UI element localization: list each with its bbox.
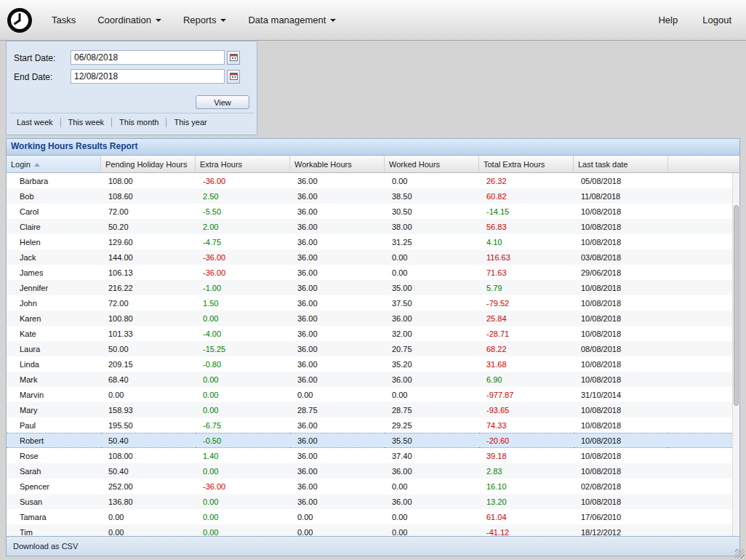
- table-row[interactable]: Mark68.400.0036.0036.006.9010/08/2018: [7, 372, 739, 387]
- table-row[interactable]: Marvin0.000.000.000.00-977.8731/10/2014: [7, 387, 739, 402]
- cell-extra-hours: 0.00: [196, 463, 290, 479]
- column-header-worked-hours[interactable]: Worked Hours: [385, 156, 479, 173]
- cell-filler: [668, 387, 739, 402]
- cell-login: Bob: [7, 188, 101, 204]
- cell-total-extra-hours: 68.22: [479, 341, 574, 356]
- view-button[interactable]: View: [196, 95, 249, 109]
- download-csv-link[interactable]: Download as CSV: [13, 542, 78, 551]
- cell-last-task-date: 03/08/2018: [574, 249, 668, 265]
- cell-total-extra-hours: 74.33: [479, 417, 574, 433]
- quick-link-this-year[interactable]: This year: [166, 118, 214, 127]
- quick-link-this-month[interactable]: This month: [111, 118, 166, 127]
- cell-workable-hours: 36.00: [290, 204, 385, 219]
- chevron-down-icon: [220, 19, 226, 22]
- cell-pending-holiday-hours: 50.00: [101, 341, 196, 356]
- cell-pending-holiday-hours: 72.00: [101, 204, 196, 219]
- column-header-extra-hours[interactable]: Extra Hours: [196, 156, 290, 173]
- column-header-last-task-date[interactable]: Last task date: [574, 156, 668, 173]
- table-row[interactable]: Paul195.50-6.7536.0029.2574.3310/08/2018: [7, 417, 739, 433]
- menu-item-logout[interactable]: Logout: [702, 15, 731, 25]
- cell-pending-holiday-hours: 50.20: [101, 219, 196, 234]
- cell-filler: [668, 204, 739, 219]
- cell-workable-hours: 0.00: [290, 509, 385, 524]
- table-row[interactable]: Rose108.001.4036.0037.4039.1810/08/2018: [7, 448, 739, 463]
- cell-filler: [668, 356, 739, 372]
- quick-link-last-week[interactable]: Last week: [9, 118, 60, 127]
- table-row[interactable]: Mary158.930.0028.7528.75-93.6510/08/2018: [7, 402, 739, 417]
- table-row[interactable]: Helen129.60-4.7536.0031.254.1010/08/2018: [7, 234, 739, 249]
- cell-total-extra-hours: -14.15: [479, 204, 574, 219]
- sort-ascending-icon: [34, 163, 40, 167]
- column-header-filler: [668, 156, 739, 173]
- table-row[interactable]: Karen100.800.0036.0036.0025.8410/08/2018: [7, 311, 739, 326]
- menu-item-coordination[interactable]: Coordination: [97, 15, 161, 25]
- table-row[interactable]: Laura50.00-15.2536.0020.7568.2208/08/201…: [7, 341, 739, 356]
- scrollbar-thumb[interactable]: [734, 205, 739, 406]
- cell-login: Claire: [7, 219, 101, 234]
- column-header-workable-hours[interactable]: Workable Hours: [290, 156, 385, 173]
- table-row[interactable]: Kate101.33-4.0036.0032.00-28.7110/08/201…: [7, 326, 739, 341]
- table-row[interactable]: Tamara0.000.000.000.0061.0417/06/2010: [7, 509, 739, 524]
- cell-total-extra-hours: 56.83: [479, 219, 574, 234]
- cell-login: Kate: [7, 326, 101, 341]
- cell-worked-hours: 37.50: [385, 295, 479, 311]
- cell-pending-holiday-hours: 108.00: [101, 448, 196, 463]
- cell-pending-holiday-hours: 50.40: [101, 463, 196, 479]
- start-date-input[interactable]: [71, 50, 225, 65]
- cell-last-task-date: 08/08/2018: [574, 341, 668, 356]
- cell-last-task-date: 10/08/2018: [574, 494, 668, 509]
- table-row[interactable]: Jennifer216.22-1.0036.0035.005.7910/08/2…: [7, 280, 739, 295]
- table-row[interactable]: Sarah50.400.0036.0036.002.8310/08/2018: [7, 463, 739, 479]
- cell-filler: [668, 234, 739, 249]
- column-header-label: Login: [11, 160, 31, 169]
- column-header-login[interactable]: Login: [7, 156, 101, 173]
- cell-total-extra-hours: 6.90: [479, 372, 574, 387]
- table-row[interactable]: Jack144.00-36.0036.000.00116.6303/08/201…: [7, 249, 739, 265]
- report-table-body: Barbara108.00-36.0036.000.0026.3205/08/2…: [7, 173, 739, 536]
- table-row[interactable]: James106.13-36.0036.000.0071.6329/06/201…: [7, 265, 739, 280]
- table-row[interactable]: Robert50.40-0.5036.0035.50-20.6010/08/20…: [7, 433, 739, 448]
- menu-item-tasks[interactable]: Tasks: [52, 15, 76, 25]
- table-row[interactable]: John72.001.5036.0037.50-79.5210/08/2018: [7, 295, 739, 311]
- menu-item-data-management[interactable]: Data management: [248, 15, 336, 25]
- table-row[interactable]: Susan136.800.0036.0036.0013.2010/08/2018: [7, 494, 739, 509]
- table-row[interactable]: Spencer252.00-36.0036.000.0016.1002/08/2…: [7, 479, 739, 494]
- cell-worked-hours: 0.00: [385, 249, 479, 265]
- column-header-label: Workable Hours: [294, 160, 352, 169]
- cell-pending-holiday-hours: 136.80: [101, 494, 196, 509]
- vertical-scrollbar[interactable]: [732, 173, 739, 536]
- cell-worked-hours: 35.20: [385, 356, 479, 372]
- table-row[interactable]: Barbara108.00-36.0036.000.0026.3205/08/2…: [7, 173, 739, 188]
- start-date-calendar-button[interactable]: [227, 51, 240, 65]
- table-row[interactable]: Tim0.000.000.000.00-41.1218/12/2012: [7, 524, 739, 536]
- menu-item-label: Coordination: [97, 15, 151, 25]
- menu-item-reports[interactable]: Reports: [183, 15, 227, 25]
- cell-filler: [668, 311, 739, 326]
- cell-workable-hours: 36.00: [290, 479, 385, 494]
- calendar-icon: [230, 52, 238, 63]
- table-row[interactable]: Bob108.602.5036.0038.5060.8211/08/2018: [7, 188, 739, 204]
- column-header-pending-holiday-hours[interactable]: Pending Holiday Hours: [101, 156, 196, 173]
- menu-item-help[interactable]: Help: [658, 15, 678, 25]
- cell-filler: [668, 479, 739, 494]
- cell-pending-holiday-hours: 144.00: [101, 249, 196, 265]
- table-row[interactable]: Carol72.00-5.5036.0030.50-14.1510/08/201…: [7, 204, 739, 219]
- cell-extra-hours: 2.50: [196, 188, 290, 204]
- resize-grip-icon[interactable]: [735, 549, 745, 559]
- quick-link-this-week[interactable]: This week: [60, 118, 112, 127]
- cell-last-task-date: 11/08/2018: [574, 188, 668, 204]
- end-date-input[interactable]: [71, 69, 225, 84]
- app-logo-clock-icon[interactable]: [7, 7, 33, 33]
- table-row[interactable]: Claire50.202.0036.0038.0056.8310/08/2018: [7, 219, 739, 234]
- cell-login: Rose: [7, 448, 101, 463]
- cell-extra-hours: -0.50: [196, 433, 290, 448]
- cell-workable-hours: 36.00: [290, 234, 385, 249]
- cell-login: Tim: [7, 524, 101, 536]
- table-row[interactable]: Linda209.15-0.8036.0035.2031.6810/08/201…: [7, 356, 739, 372]
- cell-worked-hours: 0.00: [385, 524, 479, 536]
- end-date-calendar-button[interactable]: [227, 70, 240, 84]
- cell-worked-hours: 0.00: [385, 173, 479, 188]
- cell-filler: [668, 249, 739, 265]
- cell-extra-hours: 0.00: [196, 372, 290, 387]
- column-header-total-extra-hours[interactable]: Total Extra Hours: [479, 156, 574, 173]
